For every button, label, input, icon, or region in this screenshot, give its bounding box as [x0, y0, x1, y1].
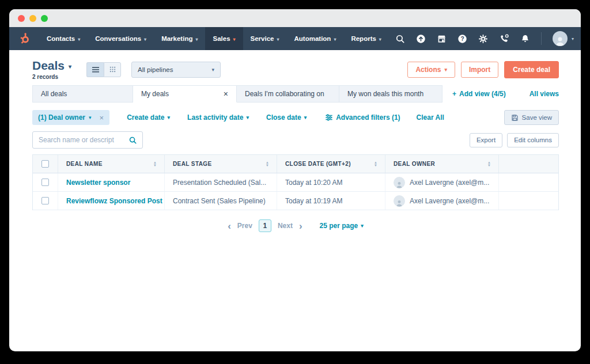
person-icon — [395, 181, 403, 188]
table-toolbar: Export Edit columns — [32, 131, 559, 149]
select-all-checkbox[interactable] — [41, 160, 49, 168]
nav-item-sales[interactable]: Sales▾ — [205, 27, 243, 50]
row-checkbox[interactable] — [41, 197, 49, 204]
save-view-button[interactable]: Save view — [504, 110, 559, 125]
chevron-down-icon: ▾ — [69, 63, 71, 70]
nav-label: Reports — [351, 35, 376, 42]
edit-columns-button[interactable]: Edit columns — [507, 133, 559, 147]
nav-label: Service — [251, 35, 274, 42]
import-button[interactable]: Import — [461, 62, 498, 78]
deals-table: DEAL NAME▴▾ DEAL STAGE▴▾ CLOSE DATE (GMT… — [32, 154, 559, 210]
tab-all-deals[interactable]: All deals — [32, 85, 133, 103]
tab-my-deals[interactable]: My deals× — [133, 85, 237, 103]
deal-name-link[interactable]: Newsletter sponsor — [66, 179, 130, 187]
close-window-button[interactable] — [18, 15, 25, 22]
deal-owner-text: Axel Lavergne (axel@m... — [410, 197, 489, 205]
per-page-label: 25 per page — [320, 222, 358, 230]
pager: ‹ Prev 1 Next › — [228, 219, 302, 232]
chevron-down-icon: ▾ — [168, 115, 171, 120]
deal-name-link[interactable]: Reviewflowz Sponsored Post — [66, 197, 162, 205]
header-actions: Actions▾ Import Create deal — [407, 61, 559, 78]
column-header-close-date[interactable]: CLOSE DATE (GMT+2)▴▾ — [277, 155, 385, 173]
filter-create-date[interactable]: Create date▾ — [127, 113, 170, 122]
create-deal-label: Create deal — [513, 66, 550, 74]
nav-item-conversations[interactable]: Conversations▾ — [88, 27, 154, 50]
navbar-right: ? ▾ — [395, 27, 574, 50]
marketplace-icon[interactable] — [437, 34, 447, 44]
add-view-label: Add view (4/5) — [459, 90, 506, 98]
remove-filter-icon[interactable]: × — [100, 113, 104, 122]
close-icon[interactable]: × — [224, 89, 228, 98]
filter-label: Create date — [127, 113, 164, 122]
account-menu[interactable]: ▾ — [553, 31, 574, 46]
deal-stage-cell: Contract Sent (Sales Pipeline) — [165, 192, 277, 210]
chevron-right-icon[interactable]: › — [299, 221, 302, 231]
tab-deals-collaborating[interactable]: Deals I'm collaborating on — [237, 85, 339, 103]
deal-owner-cell: Axel Lavergne (axel@m... — [385, 192, 499, 210]
tab-label: My deals — [141, 90, 169, 98]
nav-item-automation[interactable]: Automation▾ — [287, 27, 344, 50]
pipeline-select[interactable]: All pipelines ▾ — [131, 62, 221, 78]
column-header-deal-owner[interactable]: DEAL OWNER▴▾ — [385, 155, 499, 173]
tab-my-won-deals[interactable]: My won deals this month — [339, 85, 442, 103]
upgrade-icon[interactable] — [416, 34, 426, 44]
column-header-deal-name[interactable]: DEAL NAME▴▾ — [58, 155, 165, 173]
sort-icon[interactable]: ▴▾ — [266, 161, 268, 166]
filter-last-activity-date[interactable]: Last activity date▾ — [187, 113, 249, 122]
chevron-left-icon[interactable]: ‹ — [228, 221, 231, 231]
help-icon[interactable]: ? — [457, 34, 467, 44]
filter-label: Last activity date — [187, 113, 243, 122]
clear-all-link[interactable]: Clear All — [417, 113, 444, 122]
nav-item-reports[interactable]: Reports▾ — [343, 27, 388, 50]
edit-columns-label: Edit columns — [514, 136, 552, 143]
page-number[interactable]: 1 — [259, 219, 271, 232]
deal-stage-cell: Presentation Scheduled (Sal... — [165, 173, 277, 191]
view-toggle — [86, 62, 121, 77]
advanced-filters-link[interactable]: Advanced filters (1) — [325, 113, 400, 122]
sort-icon[interactable]: ▴▾ — [488, 161, 490, 166]
search-input[interactable] — [39, 136, 128, 144]
search-icon[interactable] — [395, 34, 405, 44]
minimize-window-button[interactable] — [29, 15, 36, 22]
export-button[interactable]: Export — [470, 133, 502, 147]
filter-close-date[interactable]: Close date▾ — [266, 113, 307, 122]
sort-icon[interactable]: ▴▾ — [375, 161, 377, 166]
sliders-icon — [325, 113, 333, 122]
add-view-link[interactable]: +Add view (4/5) — [452, 90, 506, 98]
person-icon — [395, 199, 403, 207]
user-avatar — [553, 31, 568, 46]
hubspot-logo-icon[interactable] — [14, 27, 39, 50]
row-checkbox-cell — [33, 173, 58, 191]
list-view-button[interactable] — [86, 62, 104, 77]
next-button[interactable]: Next — [278, 222, 293, 230]
chevron-down-icon: ▾ — [379, 37, 381, 42]
filter-bar: (1) Deal owner ▾ × Create date▾ Last act… — [32, 110, 559, 125]
calling-icon[interactable] — [499, 33, 509, 44]
page-title-dropdown[interactable]: Deals▾ 2 records — [32, 59, 71, 80]
sort-icon[interactable]: ▴▾ — [154, 161, 156, 166]
create-deal-button[interactable]: Create deal — [504, 61, 559, 78]
nav-item-service[interactable]: Service▾ — [243, 27, 287, 50]
column-label: DEAL OWNER — [394, 161, 435, 167]
page-title: Deals▾ — [32, 59, 71, 73]
row-checkbox[interactable] — [41, 179, 49, 186]
prev-button[interactable]: Prev — [237, 222, 252, 230]
deal-owner-cell: Axel Lavergne (axel@m... — [385, 173, 499, 191]
tab-label: My won deals this month — [347, 90, 423, 98]
filter-chip-deal-owner[interactable]: (1) Deal owner ▾ × — [32, 110, 109, 125]
board-view-button[interactable] — [104, 62, 121, 77]
table-buttons: Export Edit columns — [470, 133, 559, 147]
browser-window: Contacts▾ Conversations▾ Marketing▾ Sale… — [9, 9, 581, 351]
nav-item-contacts[interactable]: Contacts▾ — [39, 27, 88, 50]
column-header-deal-stage[interactable]: DEAL STAGE▴▾ — [165, 155, 277, 173]
chevron-down-icon: ▾ — [212, 67, 215, 73]
all-views-link[interactable]: All views — [530, 90, 559, 98]
nav-item-marketing[interactable]: Marketing▾ — [154, 27, 205, 50]
deal-name-cell: Reviewflowz Sponsored Post — [58, 192, 165, 210]
deal-name-cell: Newsletter sponsor — [58, 173, 165, 191]
settings-icon[interactable] — [478, 34, 488, 44]
zoom-window-button[interactable] — [41, 15, 48, 22]
per-page-select[interactable]: 25 per page ▾ — [320, 222, 364, 230]
actions-button[interactable]: Actions▾ — [407, 62, 455, 78]
notifications-icon[interactable] — [520, 34, 530, 44]
